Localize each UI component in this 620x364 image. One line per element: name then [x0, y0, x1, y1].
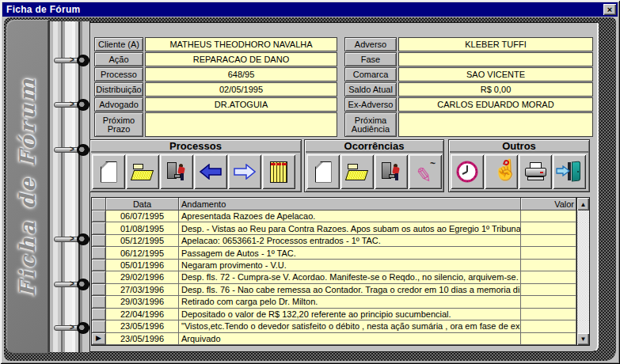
ocorrencias-new-button[interactable]: [306, 154, 340, 189]
row-selector[interactable]: [92, 260, 106, 271]
row-selector[interactable]: [92, 235, 106, 247]
scrollbar-track[interactable]: [576, 271, 589, 283]
application-window: Ficha de Fórum × Ficha de Fórum > > > > …: [0, 0, 620, 364]
field-comarca[interactable]: SAO VICENTE: [398, 67, 593, 82]
outros-clock-button[interactable]: [451, 154, 484, 189]
field-acao[interactable]: REPARACAO DE DANO: [145, 52, 337, 66]
field-distribuicao[interactable]: 02/05/1995: [145, 82, 337, 97]
binding-strip: [48, 21, 89, 352]
cell-data[interactable]: 05/12/1995: [106, 235, 179, 247]
field-label-advogado: Advogado: [94, 97, 143, 112]
field-proximo-prazo[interactable]: [145, 112, 337, 137]
cell-data[interactable]: 27/03/1996: [106, 284, 179, 296]
cell-andamento[interactable]: Apresentada Razoes de Apelacao.: [179, 210, 521, 222]
field-label-processo: Processo: [94, 67, 143, 82]
row-selector[interactable]: [92, 247, 106, 259]
cell-data[interactable]: 06/12/1995: [106, 247, 179, 259]
case-fields: Cliente (A) MATHEUS THEODHORO NAVALHA Ad…: [94, 37, 593, 137]
cell-valor[interactable]: [521, 210, 576, 222]
cell-andamento[interactable]: "Vistos,etc.Tendo o devedor satisfeito o…: [179, 320, 521, 332]
file-cabinet-icon: [165, 161, 188, 182]
scrollbar-track[interactable]: [576, 260, 589, 271]
close-button[interactable]: ×: [603, 4, 616, 15]
scroll-up-button[interactable]: ▲: [577, 198, 589, 210]
scrollbar-track[interactable]: [576, 284, 589, 296]
cell-valor[interactable]: [521, 222, 576, 234]
processos-ledger-button[interactable]: [262, 154, 295, 189]
scrollbar-track[interactable]: [576, 309, 589, 320]
cell-data[interactable]: 23/05/1996: [106, 320, 179, 332]
field-proxima-audiencia[interactable]: [398, 112, 593, 137]
row-selector[interactable]: [92, 271, 106, 283]
processos-next-button[interactable]: [228, 154, 261, 189]
scrollbar-track[interactable]: [576, 320, 589, 332]
processos-new-button[interactable]: [92, 154, 125, 189]
cell-data[interactable]: 29/03/1996: [106, 296, 179, 308]
outros-print-button[interactable]: [519, 154, 552, 189]
processos-previous-button[interactable]: [194, 154, 227, 189]
cell-valor[interactable]: [521, 309, 576, 320]
cell-andamento[interactable]: Desp. fls. 72 - Cumpra-se V. Acordao. Ma…: [179, 271, 521, 283]
table-row: 29/02/1996 Desp. fls. 72 - Cumpra-se V. …: [92, 271, 589, 283]
field-processo[interactable]: 648/95: [145, 67, 337, 82]
cell-valor[interactable]: [521, 284, 576, 296]
cell-andamento[interactable]: Arquivado: [179, 333, 521, 345]
row-selector[interactable]: [92, 320, 106, 332]
cell-andamento[interactable]: Depositado o valor de R$ 132,20 referent…: [179, 309, 521, 320]
field-label-cliente: Cliente (A): [94, 37, 143, 51]
row-selector[interactable]: [92, 284, 106, 296]
processos-open-button[interactable]: [126, 154, 159, 189]
scrollbar-track[interactable]: [576, 247, 589, 259]
cell-data[interactable]: 06/07/1995: [106, 210, 179, 222]
scrollbar-track[interactable]: [576, 222, 589, 234]
cell-data[interactable]: 29/02/1996: [106, 271, 179, 283]
ocorrencias-open-button[interactable]: [340, 154, 374, 189]
ocorrencias-archive-button[interactable]: [375, 154, 408, 189]
field-adverso[interactable]: KLEBER TUFFI: [398, 37, 593, 51]
ocorrencias-edit-button[interactable]: ~ ✎: [409, 154, 442, 189]
cell-valor[interactable]: [521, 235, 576, 247]
andamentos-table: Data Andamento Valor ▲ 06/07/1995 Aprese…: [91, 197, 590, 346]
row-selector-current[interactable]: ▶: [92, 333, 106, 345]
cell-valor[interactable]: [521, 260, 576, 271]
field-fase[interactable]: [398, 52, 593, 66]
scrollbar-track[interactable]: [576, 296, 589, 308]
processos-archive-button[interactable]: [160, 154, 193, 189]
field-cliente[interactable]: MATHEUS THEODHORO NAVALHA: [145, 37, 337, 51]
row-selector[interactable]: [92, 222, 106, 234]
title-bar[interactable]: Ficha de Fórum ×: [2, 2, 618, 17]
group-outros: Outros ☝: [448, 139, 590, 192]
cell-andamento[interactable]: Desp. fls. 76 - Nao cabe remessa ao Cont…: [179, 284, 521, 296]
table-row: 06/12/1995 Passagem de Autos - 1º TAC.: [92, 247, 589, 259]
cell-data[interactable]: 22/04/1996: [106, 309, 179, 320]
field-label-ex-adverso: Ex-Adverso: [344, 97, 397, 112]
scrollbar-track[interactable]: [576, 210, 589, 222]
ledger-icon: [270, 161, 287, 183]
cell-valor[interactable]: [521, 247, 576, 259]
row-selector[interactable]: [92, 210, 106, 222]
cell-andamento[interactable]: Negaram provimento - V.U.: [179, 260, 521, 271]
cell-valor[interactable]: [521, 320, 576, 332]
cell-data[interactable]: 01/08/1995: [106, 222, 179, 234]
cell-andamento[interactable]: Retirado com carga pelo Dr. Milton.: [179, 296, 521, 308]
outros-reminder-button[interactable]: ☝: [485, 154, 518, 189]
row-selector[interactable]: [92, 309, 106, 320]
scrollbar-track[interactable]: [576, 235, 589, 247]
cell-valor[interactable]: [521, 271, 576, 283]
cell-andamento[interactable]: Desp. - Vistas ao Reu para Contra Razoes…: [179, 222, 521, 234]
row-selector[interactable]: [92, 296, 106, 308]
cell-andamento[interactable]: Passagem de Autos - 1º TAC.: [179, 247, 521, 259]
scroll-down-button[interactable]: ▼: [577, 333, 589, 345]
cell-valor[interactable]: [521, 333, 576, 345]
cell-andamento[interactable]: Apelacao: 0653661-2 Processos entrados -…: [179, 235, 521, 247]
outros-exit-button[interactable]: [553, 154, 586, 189]
field-label-acao: Ação: [94, 52, 143, 66]
field-label-fase: Fase: [344, 52, 397, 66]
field-ex-adverso[interactable]: CARLOS EDUARDO MORAD: [398, 97, 593, 112]
cell-data[interactable]: 05/01/1996: [106, 260, 179, 271]
cell-valor[interactable]: [521, 296, 576, 308]
field-saldo-atual[interactable]: R$ 0,00: [398, 82, 593, 97]
cell-data[interactable]: 23/05/1996: [106, 333, 179, 345]
arrow-left-icon: [200, 164, 222, 180]
field-advogado[interactable]: DR.ATOGUIA: [145, 97, 337, 112]
